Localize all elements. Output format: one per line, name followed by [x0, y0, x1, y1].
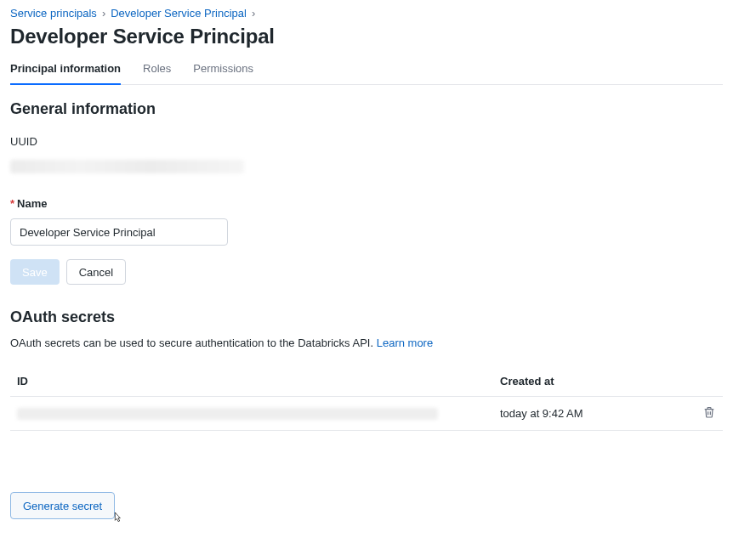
- breadcrumb-root[interactable]: Service principals: [10, 7, 97, 20]
- chevron-right-icon: ›: [252, 7, 255, 20]
- oauth-secrets-table: ID Created at today at 9:42 AM: [10, 366, 723, 431]
- table-row: today at 9:42 AM: [10, 397, 723, 431]
- name-input[interactable]: [10, 218, 228, 246]
- cancel-button[interactable]: Cancel: [66, 259, 126, 285]
- learn-more-link[interactable]: Learn more: [377, 337, 433, 349]
- save-button: Save: [10, 259, 60, 285]
- secret-created-at: today at 9:42 AM: [493, 397, 689, 431]
- name-label: *Name: [10, 197, 723, 210]
- required-star-icon: *: [10, 197, 14, 210]
- secret-id-redacted: [17, 408, 438, 420]
- tab-permissions[interactable]: Permissions: [193, 57, 253, 85]
- breadcrumb: Service principals › Developer Service P…: [10, 7, 723, 20]
- generate-secret-button[interactable]: Generate secret: [10, 492, 115, 519]
- tabs: Principal information Roles Permissions: [10, 57, 723, 85]
- uuid-label: UUID: [10, 135, 723, 148]
- breadcrumb-current[interactable]: Developer Service Principal: [111, 7, 247, 20]
- cursor-pointer-icon: [111, 511, 124, 524]
- tab-roles[interactable]: Roles: [143, 57, 171, 85]
- tab-principal-information[interactable]: Principal information: [10, 57, 121, 85]
- page-title: Developer Service Principal: [10, 25, 723, 48]
- uuid-value-redacted: [10, 160, 244, 173]
- chevron-right-icon: ›: [102, 7, 105, 20]
- oauth-secrets-heading: OAuth secrets: [10, 308, 723, 326]
- trash-icon[interactable]: [702, 405, 716, 419]
- oauth-description: OAuth secrets can be used to secure auth…: [10, 337, 723, 349]
- general-information-heading: General information: [10, 100, 723, 118]
- column-header-created-at: Created at: [493, 366, 689, 397]
- column-header-id: ID: [10, 366, 493, 397]
